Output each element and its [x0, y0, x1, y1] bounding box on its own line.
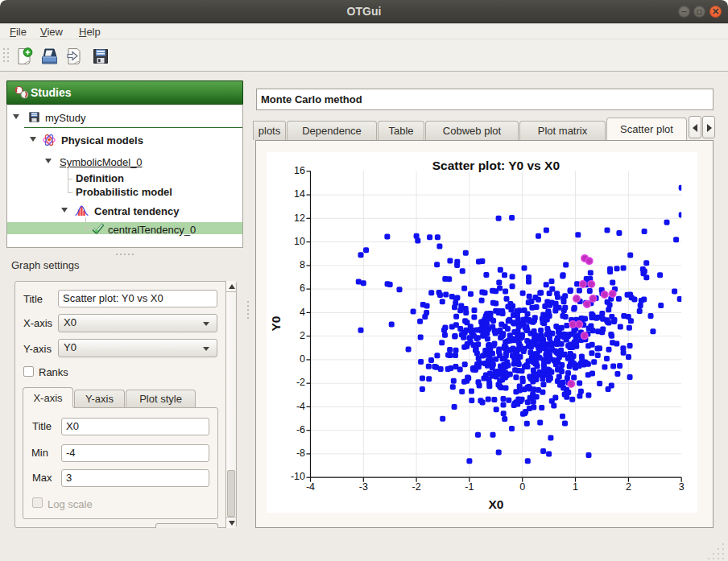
svg-text:2: 2	[300, 330, 305, 341]
svg-text:-6: -6	[296, 424, 305, 435]
svg-text:3: 3	[679, 481, 685, 493]
svg-text:-4: -4	[306, 481, 315, 493]
svg-text:-1: -1	[465, 481, 474, 493]
svg-text:Scatter plot: Y0 vs X0: Scatter plot: Y0 vs X0	[432, 159, 560, 172]
svg-text:2: 2	[626, 481, 631, 493]
svg-text:0: 0	[300, 353, 305, 365]
svg-text:4: 4	[300, 307, 305, 318]
svg-text:12: 12	[294, 212, 305, 224]
svg-text:-2: -2	[412, 481, 421, 493]
svg-text:6: 6	[300, 283, 305, 294]
svg-text:0: 0	[519, 481, 525, 493]
svg-text:-2: -2	[296, 377, 305, 388]
svg-text:1: 1	[573, 481, 578, 493]
svg-text:-4: -4	[296, 401, 305, 412]
svg-text:-8: -8	[296, 448, 305, 459]
svg-text:10: 10	[294, 236, 305, 247]
svg-text:-10: -10	[291, 471, 305, 482]
svg-text:-3: -3	[359, 481, 368, 493]
svg-text:16: 16	[294, 165, 305, 176]
svg-text:8: 8	[300, 259, 305, 270]
svg-text:14: 14	[294, 188, 305, 200]
svg-text:X0: X0	[488, 497, 503, 511]
svg-text:Y0: Y0	[269, 316, 283, 332]
